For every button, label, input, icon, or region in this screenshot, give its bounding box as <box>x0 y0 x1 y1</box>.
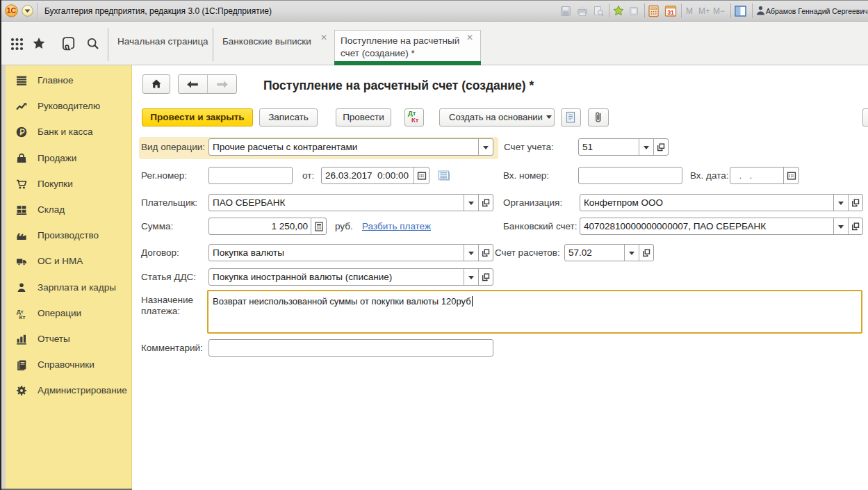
svg-text:Кт: Кт <box>19 314 26 320</box>
svg-text:1С: 1С <box>7 6 17 15</box>
svg-text:31: 31 <box>667 9 674 16</box>
